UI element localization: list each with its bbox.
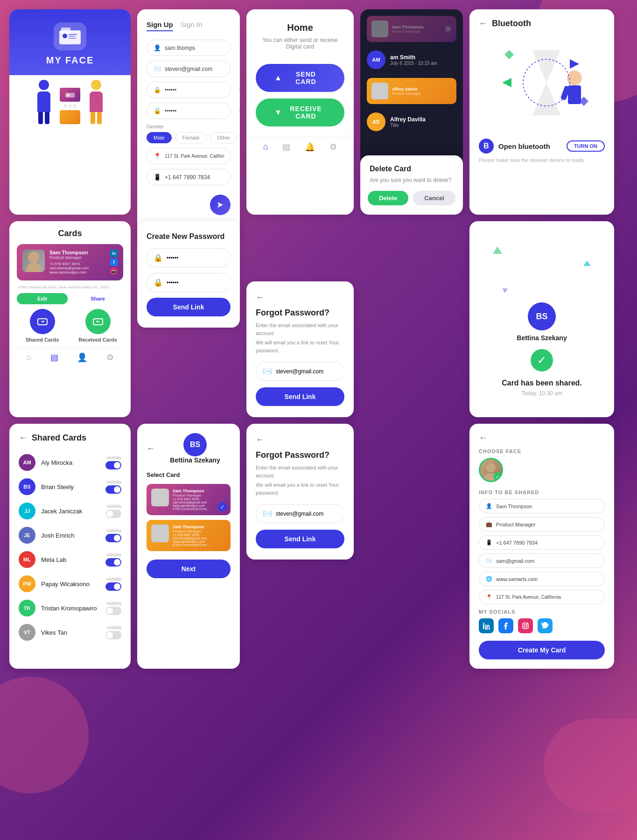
- password2-input[interactable]: [165, 108, 235, 114]
- confirm-password-input[interactable]: [167, 280, 237, 286]
- create-password-submit[interactable]: Send Link: [147, 298, 231, 316]
- nav-bell[interactable]: 🔔: [305, 142, 315, 152]
- bc-actions: Edit Share: [17, 293, 123, 304]
- email-input[interactable]: [165, 66, 235, 72]
- next-button[interactable]: Next: [147, 560, 231, 578]
- email-icon: ✉️: [154, 65, 161, 72]
- new-password-field[interactable]: 🔒 👁: [147, 248, 231, 267]
- password2-field[interactable]: 🔒 👁: [147, 103, 231, 119]
- svg-marker-9: [532, 50, 560, 115]
- new-password-input[interactable]: [167, 255, 237, 261]
- face-option-1[interactable]: ✓: [479, 458, 503, 482]
- delete-confirm-button[interactable]: Delete: [368, 191, 408, 205]
- create-my-card-button[interactable]: Create My Card: [479, 641, 605, 659]
- fp-back[interactable]: ←: [256, 435, 344, 445]
- list-item: BS Brian Steely Visibility: [19, 475, 121, 499]
- email-field[interactable]: ✉️: [147, 61, 231, 77]
- cards-nav-profile[interactable]: 👤: [77, 352, 87, 363]
- bluetooth-back[interactable]: ←: [479, 19, 487, 28]
- phone-input[interactable]: [165, 174, 235, 181]
- username-field[interactable]: 👤: [147, 40, 231, 56]
- tab-signin[interactable]: Sign In: [181, 21, 203, 31]
- bc-website: www.samdesigns.com: [49, 270, 105, 274]
- forgot-hint: We will email you a link to reset Your p…: [256, 339, 344, 354]
- send-card-button[interactable]: ▲ SEND CARD: [256, 64, 344, 92]
- shared-list-back[interactable]: ←: [19, 433, 27, 443]
- bc-email: sam.thomp@gmail.com: [49, 266, 105, 270]
- list-item: ML Meta Lab Visibility: [19, 547, 121, 572]
- toggle-je[interactable]: [105, 534, 121, 542]
- delete-message: Are you sure you want to delete?: [370, 177, 454, 183]
- toggle-bs[interactable]: [105, 485, 121, 494]
- fp-email-input[interactable]: [276, 511, 346, 517]
- twitter-icon[interactable]: [538, 618, 553, 633]
- submit-button[interactable]: [210, 195, 231, 215]
- password1-field[interactable]: 🔒 👁: [147, 82, 231, 98]
- facebook-icon[interactable]: [498, 618, 513, 633]
- cf-back[interactable]: ←: [479, 433, 605, 443]
- gender-male[interactable]: Male: [147, 132, 172, 143]
- select-card-label: Select Card: [147, 471, 231, 478]
- mini-business-card-purple[interactable]: Sam Thompson Product Manager +1 678 9367…: [147, 484, 231, 515]
- fp-submit-button[interactable]: Send Link: [256, 530, 344, 548]
- globe-icon: 🌐: [486, 576, 492, 582]
- address-field[interactable]: 📍: [147, 148, 231, 164]
- bc-phone: +1 678 9367 3678: [49, 262, 105, 266]
- home-card: Home You can either send or receive Digi…: [246, 9, 354, 215]
- mini-business-card-gold[interactable]: Sam Thompson Product Manager +1 678 9367…: [147, 520, 231, 551]
- contact-name-2: Alfrey Davilla: [390, 116, 456, 123]
- bluetooth-open-label: Open bluetooth: [498, 142, 562, 150]
- confirm-password-field[interactable]: 🔒 👁: [147, 273, 231, 292]
- receive-card-button[interactable]: ▼ RECEIVE CARD: [256, 98, 344, 126]
- svg-point-2: [63, 34, 67, 38]
- cards-nav-home[interactable]: ⌂: [26, 352, 31, 363]
- contact-avatar: AM: [367, 50, 385, 69]
- linkedin-icon[interactable]: [479, 618, 494, 633]
- tab-signup[interactable]: Sign Up: [147, 21, 173, 31]
- gender-female[interactable]: Female: [175, 132, 207, 143]
- nav-cards[interactable]: ▤: [282, 142, 290, 152]
- forgot-email-field[interactable]: ✉️: [256, 362, 344, 381]
- forgot-submit-button[interactable]: Send Link: [256, 387, 344, 406]
- toggle-jj[interactable]: [105, 510, 121, 518]
- avatar-am: AM: [19, 454, 35, 471]
- share-button[interactable]: Share: [72, 293, 123, 304]
- gender-other[interactable]: Other: [210, 132, 238, 143]
- shared-cards-item[interactable]: Shared Cards: [17, 309, 68, 343]
- avatar-vt: VT: [19, 624, 35, 641]
- forgot-back[interactable]: ←: [256, 293, 344, 302]
- toggle-tk[interactable]: [105, 607, 121, 615]
- username-input[interactable]: [165, 45, 235, 51]
- edit-button[interactable]: Edit: [17, 293, 68, 304]
- fp-email-field[interactable]: ✉️: [256, 504, 344, 523]
- toggle-am[interactable]: [105, 461, 121, 469]
- vis-label: Visibility: [106, 504, 121, 509]
- cards-nav-settings[interactable]: ⚙: [106, 352, 114, 363]
- eye-icon[interactable]: 👁: [238, 86, 240, 93]
- phone-field[interactable]: 📱: [147, 169, 231, 185]
- delete-cancel-button[interactable]: Cancel: [413, 191, 455, 205]
- select-card-card: ← BS Bettina Szekany Select Card Sam Tho…: [137, 424, 240, 669]
- instagram-icon[interactable]: [518, 618, 533, 633]
- cards-nav-cards[interactable]: ▤: [50, 352, 58, 363]
- fp-title: Forgot Password?: [256, 450, 344, 460]
- user2-icon: 👤: [486, 503, 492, 509]
- select-card-back[interactable]: ←: [147, 444, 155, 454]
- mini-bc-role-2: Product Manager: [173, 529, 226, 533]
- received-cards-item[interactable]: Received Cards: [72, 309, 123, 343]
- eye2-icon[interactable]: 👁: [238, 107, 240, 114]
- mini-bc-img: [151, 489, 169, 506]
- nav-home[interactable]: ⌂: [263, 142, 268, 152]
- toggle-pw[interactable]: [105, 582, 121, 591]
- password1-input[interactable]: [165, 87, 235, 93]
- toggle-ml[interactable]: [105, 558, 121, 567]
- contact-list-card: Sam Thompson Product Manager ✕ AM am Smi…: [360, 9, 463, 215]
- turn-on-button[interactable]: TURN ON: [567, 140, 605, 152]
- face-check: ✓: [493, 472, 502, 481]
- name-josh: Josh Emrich: [41, 532, 100, 539]
- home-subtitle: You can either send or receive Digital c…: [256, 37, 344, 50]
- toggle-vt[interactable]: [105, 631, 121, 639]
- forgot-email-input[interactable]: [276, 368, 346, 375]
- nav-settings[interactable]: ⚙: [329, 142, 337, 152]
- address-input[interactable]: [165, 154, 224, 159]
